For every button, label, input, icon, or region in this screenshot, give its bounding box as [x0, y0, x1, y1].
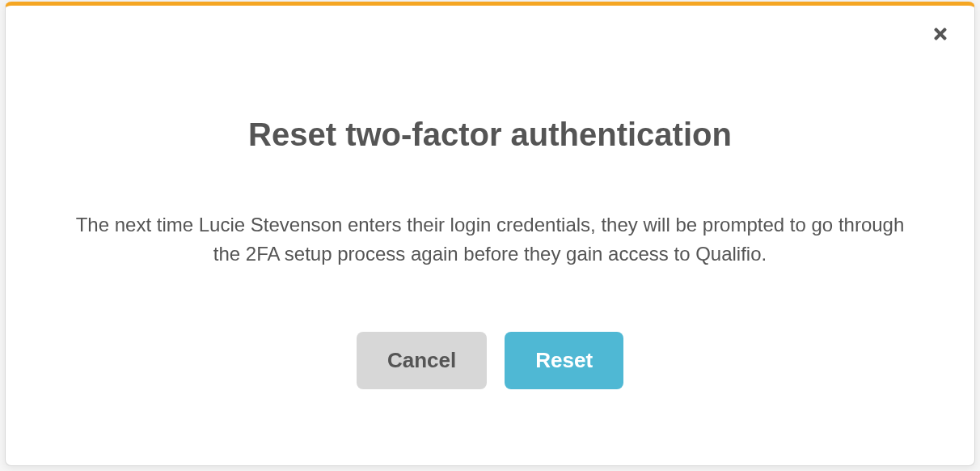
modal-button-row: Cancel Reset — [357, 332, 623, 389]
close-icon — [931, 25, 949, 45]
reset-2fa-modal: Reset two-factor authentication The next… — [5, 2, 975, 466]
close-button[interactable] — [929, 23, 952, 46]
modal-content: Reset two-factor authentication The next… — [6, 6, 974, 465]
reset-button[interactable]: Reset — [505, 332, 623, 389]
cancel-button[interactable]: Cancel — [357, 332, 487, 389]
modal-title: Reset two-factor authentication — [248, 115, 732, 154]
modal-body-text: The next time Lucie Stevenson enters the… — [70, 210, 910, 269]
